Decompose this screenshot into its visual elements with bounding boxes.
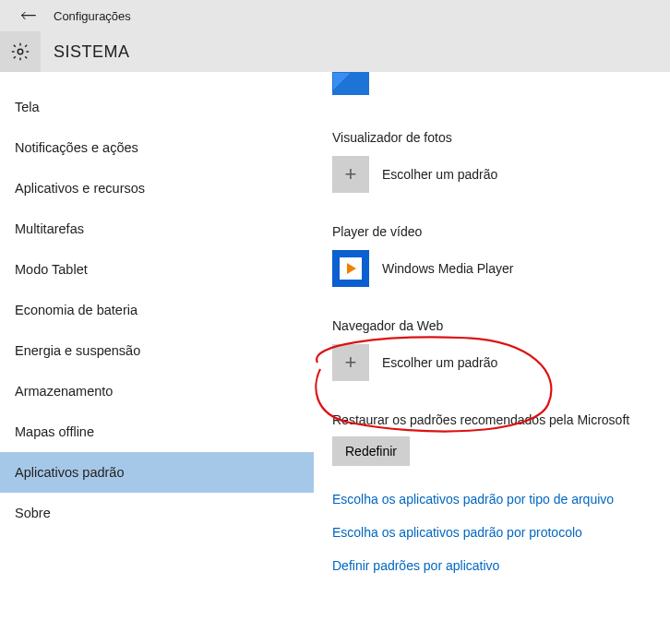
plus-icon[interactable]: + (332, 344, 369, 381)
restore-label: Restaurar os padrões recomendados pela M… (332, 412, 661, 427)
category-0: Visualizador de fotos+Escolher um padrão (323, 130, 661, 193)
category-label: Visualizador de fotos (332, 130, 661, 145)
sidebar-item-2[interactable]: Aplicativos e recursos (0, 168, 314, 209)
choice-label: Windows Media Player (382, 261, 513, 276)
main-content: Visualizador de fotos+Escolher um padrão… (314, 72, 670, 644)
wmp-icon[interactable] (332, 250, 369, 287)
sidebar-item-3[interactable]: Multitarefas (0, 209, 314, 249)
sidebar-item-1[interactable]: Notificações e ações (0, 127, 314, 168)
choice-label: Escolher um padrão (382, 167, 497, 182)
choice-row[interactable]: +Escolher um padrão (332, 344, 661, 381)
choice-row[interactable]: Windows Media Player (332, 250, 661, 287)
sidebar-item-10[interactable]: Sobre (0, 493, 314, 533)
sidebar-item-5[interactable]: Economia de bateria (0, 290, 314, 330)
reset-button[interactable]: Redefinir (332, 436, 410, 466)
links-section: Escolha os aplicativos padrão por tipo d… (332, 492, 661, 573)
link-2[interactable]: Definir padrões por aplicativo (332, 558, 661, 573)
sidebar-item-6[interactable]: Energia e suspensão (0, 330, 314, 371)
header-main: SISTEMA (0, 31, 670, 72)
choice-row[interactable]: +Escolher um padrão (332, 156, 661, 193)
gear-icon (0, 31, 41, 72)
category-2: Navegador da Web+Escolher um padrão (323, 318, 661, 381)
svg-point-0 (18, 49, 23, 54)
plus-icon[interactable]: + (332, 156, 369, 193)
link-0[interactable]: Escolha os aplicativos padrão por tipo d… (332, 492, 661, 507)
sidebar-item-9[interactable]: Aplicativos padrão (0, 452, 314, 493)
header: 🡐 Configurações SISTEMA (0, 0, 670, 72)
app-title: Configurações (54, 9, 131, 23)
sidebar-item-8[interactable]: Mapas offline (0, 411, 314, 452)
header-top: 🡐 Configurações (0, 0, 670, 31)
sidebar-item-0[interactable]: Tela (0, 87, 314, 127)
section-title: SISTEMA (54, 42, 130, 62)
category-1: Player de vídeoWindows Media Player (323, 224, 661, 287)
sidebar-item-4[interactable]: Modo Tablet (0, 249, 314, 290)
choice-label: Escolher um padrão (382, 355, 497, 370)
previous-app-tile[interactable] (332, 72, 369, 95)
link-1[interactable]: Escolha os aplicativos padrão por protoc… (332, 525, 661, 540)
category-label: Player de vídeo (332, 224, 661, 239)
back-arrow-icon[interactable]: 🡐 (20, 6, 37, 26)
sidebar-item-7[interactable]: Armazenamento (0, 371, 314, 411)
sidebar: TelaNotificações e açõesAplicativos e re… (0, 72, 314, 644)
category-label: Navegador da Web (332, 318, 661, 333)
restore-defaults-section: Restaurar os padrões recomendados pela M… (332, 412, 661, 466)
